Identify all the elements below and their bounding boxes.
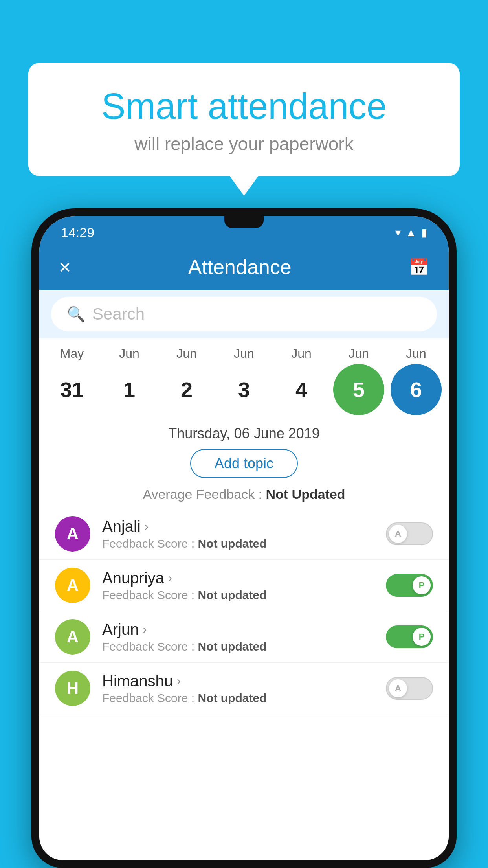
cal-day-4[interactable]: 4 [276,364,327,415]
attendance-toggle-anupriya[interactable]: P [386,574,433,597]
avg-feedback-value: Not Updated [266,487,345,502]
calendar-icon[interactable]: 📅 [409,257,429,277]
bubble-subtitle: will replace your paperwork [52,133,436,154]
cal-day-1[interactable]: 1 [104,364,155,415]
toggle-knob-himanshu: A [389,679,407,697]
student-name-anupriya: Anupriya › [102,569,374,587]
attendance-toggle-anjali[interactable]: A [386,522,433,545]
student-name-himanshu: Himanshu › [102,672,374,690]
cal-day-6[interactable]: 6 [391,364,442,415]
feedback-arjun: Feedback Score : Not updated [102,640,374,653]
student-info-anupriya: Anupriya › Feedback Score : Not updated [102,569,374,602]
student-info-anjali: Anjali › Feedback Score : Not updated [102,518,374,550]
date-label: Thursday, 06 June 2019 [39,419,449,446]
toggle-arjun[interactable]: P [386,625,433,648]
cal-month-4: Jun [276,346,327,361]
app-header: × Attendance 📅 [39,244,449,290]
wifi-icon: ▾ [395,226,401,239]
bubble-title: Smart attendance [52,86,436,126]
cal-day-3[interactable]: 3 [218,364,270,415]
toggle-knob-anjali: A [389,525,407,543]
chevron-icon-anjali: › [145,520,149,533]
header-title: Attendance [188,255,292,279]
toggle-himanshu[interactable]: A [386,677,433,700]
student-info-arjun: Arjun › Feedback Score : Not updated [102,621,374,653]
student-name-arjun: Arjun › [102,621,374,638]
search-input[interactable]: Search [92,305,145,324]
cal-month-1: Jun [104,346,155,361]
calendar-months-row: May Jun Jun Jun Jun Jun Jun [43,346,445,361]
feedback-himanshu: Feedback Score : Not updated [102,691,374,705]
calendar-strip: May Jun Jun Jun Jun Jun Jun 31 1 2 3 4 5… [39,338,449,419]
status-time: 14:29 [61,225,94,240]
student-item-arjun[interactable]: A Arjun › Feedback Score : Not updated P [39,611,449,663]
toggle-anupriya[interactable]: P [386,574,433,597]
toggle-anjali[interactable]: A [386,522,433,545]
avg-feedback-label: Average Feedback : [143,487,262,502]
feedback-anjali: Feedback Score : Not updated [102,537,374,550]
chevron-icon-anupriya: › [168,571,172,585]
cal-day-2[interactable]: 2 [161,364,212,415]
status-icons: ▾ ▲ ▮ [395,226,427,239]
calendar-days-row: 31 1 2 3 4 5 6 [43,364,445,415]
add-topic-button[interactable]: Add topic [190,449,298,478]
student-list: A Anjali › Feedback Score : Not updated … [39,508,449,860]
avatar-anupriya: A [55,568,90,603]
search-bar[interactable]: 🔍 Search [51,297,437,331]
student-info-himanshu: Himanshu › Feedback Score : Not updated [102,672,374,705]
feedback-anupriya: Feedback Score : Not updated [102,588,374,602]
signal-icon: ▲ [405,226,416,239]
search-bar-container: 🔍 Search [39,290,449,338]
speech-bubble: Smart attendance will replace your paper… [28,63,460,176]
cal-month-2: Jun [161,346,212,361]
cal-month-3: Jun [218,346,270,361]
phone-frame: 14:29 ▾ ▲ ▮ × Attendance 📅 🔍 Search May … [31,208,457,868]
avatar-anjali: A [55,516,90,552]
avg-feedback: Average Feedback : Not Updated [39,484,449,508]
search-icon: 🔍 [67,305,85,323]
student-item-anjali[interactable]: A Anjali › Feedback Score : Not updated … [39,508,449,560]
toggle-knob-anupriya: P [413,576,431,594]
cal-day-5[interactable]: 5 [333,364,384,415]
phone-notch [224,216,264,228]
student-item-himanshu[interactable]: H Himanshu › Feedback Score : Not update… [39,663,449,714]
avatar-arjun: A [55,619,90,655]
cal-month-0: May [46,346,97,361]
attendance-toggle-arjun[interactable]: P [386,625,433,648]
toggle-knob-arjun: P [413,628,431,646]
chevron-icon-himanshu: › [177,674,181,688]
cal-month-6: Jun [391,346,442,361]
student-item-anupriya[interactable]: A Anupriya › Feedback Score : Not update… [39,560,449,611]
close-button[interactable]: × [59,255,71,279]
cal-day-0[interactable]: 31 [46,364,97,415]
attendance-toggle-himanshu[interactable]: A [386,677,433,700]
avatar-himanshu: H [55,671,90,706]
battery-icon: ▮ [421,226,427,239]
chevron-icon-arjun: › [143,623,147,636]
phone-screen: 14:29 ▾ ▲ ▮ × Attendance 📅 🔍 Search May … [39,216,449,860]
cal-month-5: Jun [333,346,384,361]
add-topic-container: Add topic [39,446,449,484]
student-name-anjali: Anjali › [102,518,374,535]
